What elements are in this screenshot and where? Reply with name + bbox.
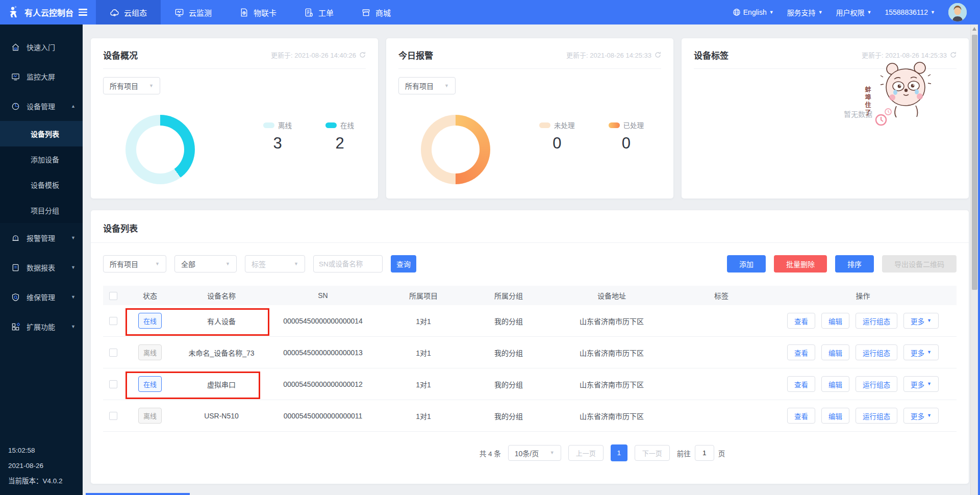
query-button[interactable]: 查询 [391, 255, 416, 273]
status-filter-select[interactable]: 全部 ▼ [174, 255, 237, 273]
topbar: 有人云控制台 云组态 云监测 [0, 0, 980, 24]
permissions-menu[interactable]: 用户权限 ▼ [836, 7, 872, 17]
app-title: 有人云控制台 [24, 6, 73, 18]
chevron-down-icon: ▼ [225, 262, 230, 266]
status-badge: 离线 [138, 344, 162, 360]
next-page-button: 下一页 [635, 445, 670, 461]
sidebar-item-monitor-screen[interactable]: 监控大屏 [0, 62, 83, 91]
row-run-scada-button[interactable]: 运行组态 [856, 344, 897, 360]
tab-cloud-monitor[interactable]: 云监测 [161, 0, 225, 24]
chevron-down-icon: ▼ [818, 10, 823, 15]
sidebar-item-add-device[interactable]: 添加设备 [0, 146, 83, 172]
sidebar-footer: 15:02:58 2021-08-26 当前版本：V4.0.2 [8, 443, 63, 489]
globe-icon [733, 8, 741, 16]
project-filter-select[interactable]: 所有项目 ▼ [103, 255, 166, 273]
add-device-button[interactable]: 添加 [727, 255, 766, 273]
sim-card-icon [239, 8, 249, 17]
refresh-icon[interactable] [359, 52, 366, 58]
row-more-button[interactable]: 更多▼ [903, 313, 939, 329]
refresh-icon[interactable] [655, 52, 661, 58]
row-run-scada-button[interactable]: 运行组态 [856, 313, 897, 329]
device-sn: 00005450000000000012 [266, 380, 380, 388]
tab-iot-card[interactable]: 物联卡 [225, 0, 290, 24]
total-count: 共 4 条 [480, 448, 501, 458]
support-menu[interactable]: 服务支持 ▼ [787, 7, 823, 17]
scroll-up-arrow-icon[interactable] [972, 27, 976, 31]
vertical-scrollbar[interactable] [970, 24, 978, 495]
sidebar: 快速入门 监控大屏 设备管理 ▲ 设备列表 [0, 24, 83, 495]
row-more-button[interactable]: 更多▼ [903, 408, 939, 424]
project-filter-select[interactable]: 所有项目 ▼ [103, 77, 160, 94]
chevron-down-icon: ▼ [149, 84, 154, 88]
legend-swatch [263, 122, 274, 128]
sidebar-item-quick-start[interactable]: 快速入门 [0, 32, 83, 62]
tag-filter-select[interactable]: 标签 ▼ [245, 255, 305, 273]
sidebar-item-maintenance[interactable]: 维保管理 ▼ [0, 282, 83, 312]
tab-cloud-scada[interactable]: 云组态 [96, 0, 161, 24]
scrollbar-thumb[interactable] [972, 35, 977, 290]
language-menu[interactable]: English ▼ [733, 8, 774, 16]
current-date: 2021-08-26 [8, 458, 63, 474]
card-title: 今日报警 [398, 48, 433, 61]
content-area: 设备概况 更新于: 2021-08-26 14:40:26 所有项目 [83, 24, 980, 495]
horizontal-scrollbar-thumb[interactable] [86, 493, 190, 495]
row-view-button[interactable]: 查看 [787, 313, 815, 329]
row-view-button[interactable]: 查看 [787, 376, 815, 392]
row-view-button[interactable]: 查看 [787, 344, 815, 360]
filter-row: 所有项目 ▼ 全部 ▼ 标签 ▼ 查询 添加 批量删除 [91, 243, 969, 273]
row-more-button[interactable]: 更多▼ [903, 376, 939, 392]
row-edit-button[interactable]: 编辑 [821, 376, 849, 392]
search-input[interactable] [313, 255, 383, 273]
chevron-up-icon: ▲ [71, 104, 76, 109]
row-checkbox[interactable] [109, 349, 117, 357]
row-checkbox[interactable] [109, 380, 117, 388]
sidebar-item-data-report[interactable]: 数据报表 ▼ [0, 253, 83, 282]
tab-work-order[interactable]: 工单 [290, 0, 347, 24]
chevron-down-icon: ▼ [769, 10, 774, 15]
goto-page-input[interactable] [695, 445, 714, 461]
extensions-grid-icon [11, 323, 20, 331]
export-qr-button: 导出设备二维码 [882, 255, 957, 273]
sort-button[interactable]: 排序 [835, 255, 874, 273]
row-checkbox[interactable] [109, 317, 117, 325]
refresh-icon[interactable] [950, 52, 957, 58]
row-edit-button[interactable]: 编辑 [821, 344, 849, 360]
row-checkbox[interactable] [109, 412, 117, 420]
device-name: 有人设备 [177, 316, 266, 326]
sidebar-item-alarm-management[interactable]: 报警管理 ▼ [0, 223, 83, 253]
current-page-button[interactable]: 1 [611, 444, 627, 461]
device-tags-card: 设备标签 更新于: 2021-08-26 14:25:33 暂无数据 蚌埠住了 [682, 38, 969, 199]
avatar[interactable] [948, 3, 967, 21]
row-edit-button[interactable]: 编辑 [821, 408, 849, 424]
batch-delete-button[interactable]: 批量删除 [774, 255, 827, 273]
page-size-select[interactable]: 10条/页 ▼ [508, 445, 561, 461]
cloud-icon [110, 8, 119, 17]
row-run-scada-button[interactable]: 运行组态 [856, 376, 897, 392]
device-table: 状态 设备名称 SN 所属项目 所属分组 设备地址 标签 操作 在线 [103, 286, 957, 432]
row-view-button[interactable]: 查看 [787, 408, 815, 424]
legend-swatch [609, 122, 620, 128]
table-row: 离线 USR-N510 00005450000000000011 1对1 我的分… [103, 400, 957, 432]
offline-count: 3 [263, 134, 292, 153]
today-alarm-card: 今日报警 更新于: 2021-08-26 14:25:33 所有项目 [386, 38, 673, 199]
sidebar-item-extensions[interactable]: 扩展功能 ▼ [0, 312, 83, 341]
tab-mall[interactable]: 商城 [347, 0, 405, 24]
sidebar-item-project-group[interactable]: 项目分组 [0, 197, 83, 223]
row-run-scada-button[interactable]: 运行组态 [856, 408, 897, 424]
device-overview-card: 设备概况 更新于: 2021-08-26 14:40:26 所有项目 [91, 38, 378, 199]
sidebar-item-device-template[interactable]: 设备模板 [0, 172, 83, 197]
row-more-button[interactable]: 更多▼ [903, 344, 939, 360]
current-time: 15:02:58 [8, 443, 63, 458]
legend-unhandled: 未处理 0 [539, 120, 575, 153]
select-all-checkbox[interactable] [109, 292, 117, 300]
menu-icon[interactable] [79, 9, 87, 16]
usr-logo-icon [7, 6, 20, 19]
sidebar-item-device-list[interactable]: 设备列表 [0, 121, 83, 146]
sidebar-item-device-management[interactable]: 设备管理 ▲ [0, 91, 83, 121]
row-edit-button[interactable]: 编辑 [821, 313, 849, 329]
device-list-card: 设备列表 所有项目 ▼ 全部 ▼ 标签 ▼ [91, 210, 969, 484]
device-management-submenu: 设备列表 添加设备 设备模板 项目分组 [0, 121, 83, 223]
account-menu[interactable]: 15588836112 ▼ [885, 8, 935, 16]
project-filter-select[interactable]: 所有项目 ▼ [398, 77, 456, 94]
status-badge: 离线 [138, 408, 162, 424]
